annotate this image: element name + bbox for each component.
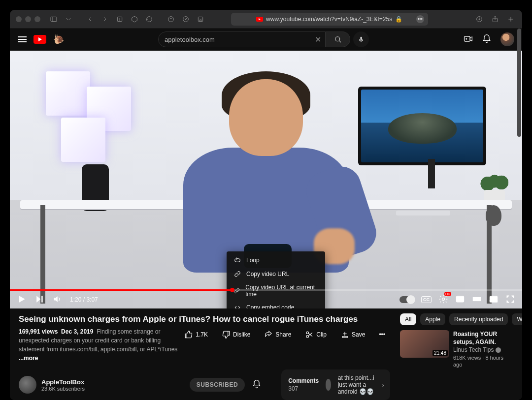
- window-controls[interactable]: [16, 16, 40, 22]
- svg-point-14: [335, 37, 339, 41]
- channel-subs: 23.6K subscribers: [41, 386, 85, 392]
- player-controls: 1:20 / 3:07 CC HD: [10, 291, 522, 308]
- forward-icon[interactable]: [100, 14, 110, 25]
- ext-icon-4[interactable]: [180, 14, 191, 25]
- downloads-icon[interactable]: [474, 14, 485, 25]
- dislike-button[interactable]: Dislike: [217, 327, 255, 342]
- url-text: www.youtube.com/watch?v=tvN9iaZ-_3E&t=25…: [266, 16, 392, 23]
- minimize-dot[interactable]: [25, 16, 31, 22]
- svg-point-38: [442, 298, 445, 300]
- play-button[interactable]: [17, 294, 27, 306]
- reload-icon[interactable]: [144, 14, 155, 25]
- rec-title: Roasting YOUR setups, AGAIN.: [453, 330, 513, 346]
- video-title: Seeing unknown charges from Apple or iTu…: [19, 314, 390, 324]
- svg-line-47: [308, 333, 312, 336]
- svg-rect-0: [51, 17, 57, 21]
- pip-button[interactable]: [489, 294, 499, 306]
- chip-apple[interactable]: Apple: [420, 313, 445, 325]
- share-icon[interactable]: [490, 14, 500, 25]
- recommendations-sidebar: All Apple Recently uploaded Watched 21:4…: [400, 313, 513, 400]
- svg-line-46: [308, 333, 312, 336]
- svg-rect-43: [490, 300, 498, 302]
- ext-icon-2[interactable]: [129, 14, 140, 25]
- clip-button[interactable]: Clip: [300, 327, 332, 342]
- commenter-avatar: [326, 379, 331, 391]
- chip-recent[interactable]: Recently uploaded: [449, 313, 508, 325]
- chevron-right-icon: ›: [382, 381, 384, 389]
- yt-masthead: 🐌 appletoolbox.com ✕: [10, 29, 522, 51]
- rec-thumbnail: 21:48: [400, 330, 449, 358]
- svg-rect-50: [342, 337, 348, 338]
- rec-stats: 618K views · 8 hours ago: [453, 354, 513, 369]
- comments-count: 307: [288, 385, 319, 392]
- zoom-dot[interactable]: [34, 16, 40, 22]
- subscribe-button[interactable]: SUBSCRIBED: [190, 378, 245, 392]
- titlebar: I JS www.youtube.com/watch?v=tvN9iaZ-_3E…: [10, 10, 522, 29]
- ctx-loop[interactable]: Loop: [227, 253, 325, 267]
- svg-text:I: I: [119, 17, 120, 21]
- address-bar[interactable]: www.youtube.com/watch?v=tvN9iaZ-_3E&t=25…: [231, 13, 428, 26]
- svg-marker-34: [19, 296, 25, 302]
- top-comment: at this point...i just want a android 💀💀: [338, 374, 383, 395]
- voice-search-button[interactable]: [353, 31, 369, 47]
- favicon-icon: [256, 17, 263, 22]
- svg-rect-16: [361, 37, 362, 40]
- back-icon[interactable]: [85, 14, 96, 25]
- upload-date: Dec 3, 2019: [61, 328, 93, 335]
- guide-button[interactable]: [18, 36, 27, 42]
- autoplay-toggle[interactable]: [399, 296, 414, 303]
- notifications-button[interactable]: [482, 34, 492, 45]
- channel-avatar[interactable]: [19, 376, 36, 394]
- sidebar-toggle-icon[interactable]: [48, 14, 59, 25]
- verified-icon: [496, 347, 501, 353]
- svg-rect-22: [235, 259, 240, 262]
- next-button[interactable]: [34, 294, 44, 306]
- create-button[interactable]: [463, 34, 473, 45]
- ext-icon-js[interactable]: JS: [195, 14, 206, 25]
- chip-all[interactable]: All: [400, 313, 416, 325]
- rec-channel: Linus Tech Tips: [453, 346, 494, 354]
- search-button[interactable]: [326, 31, 350, 47]
- page-settings-icon[interactable]: •••: [416, 15, 424, 23]
- comments-teaser[interactable]: Comments 307 at this point...i just want…: [281, 369, 390, 400]
- video-player[interactable]: Loop Copy video URL Copy video URL at cu…: [10, 51, 522, 308]
- svg-marker-35: [36, 296, 40, 302]
- chevron-down-icon[interactable]: [63, 14, 74, 25]
- like-button[interactable]: 1.7K: [179, 327, 213, 342]
- scrollbar[interactable]: [516, 29, 521, 396]
- view-count: 169,991 views: [19, 328, 58, 335]
- notification-bell-icon[interactable]: [252, 379, 262, 391]
- volume-button[interactable]: [52, 294, 62, 306]
- account-avatar[interactable]: [500, 32, 514, 46]
- theater-button[interactable]: [472, 294, 482, 306]
- miniplayer-button[interactable]: [455, 294, 465, 306]
- svg-marker-37: [54, 296, 58, 302]
- svg-rect-36: [41, 296, 43, 302]
- ext-icon-1[interactable]: I: [114, 14, 125, 25]
- description-more[interactable]: ...more: [19, 355, 38, 362]
- svg-text:JS: JS: [199, 18, 202, 21]
- ext-icon-3[interactable]: [166, 14, 176, 25]
- browser-window: I JS www.youtube.com/watch?v=tvN9iaZ-_3E…: [10, 10, 522, 400]
- search-text: appletoolbox.com: [165, 36, 215, 43]
- search-input[interactable]: appletoolbox.com ✕: [158, 31, 326, 47]
- svg-line-15: [339, 41, 340, 42]
- more-actions-button[interactable]: •••: [374, 328, 390, 341]
- ctx-copy-url[interactable]: Copy video URL: [227, 267, 325, 281]
- new-tab-icon[interactable]: [505, 14, 516, 25]
- time-display: 1:20 / 3:07: [70, 296, 98, 303]
- rec-duration: 21:48: [432, 350, 448, 356]
- svg-rect-41: [473, 297, 481, 301]
- settings-button[interactable]: HD: [438, 294, 448, 306]
- fullscreen-button[interactable]: [505, 294, 515, 306]
- captions-button[interactable]: CC: [421, 296, 432, 303]
- clear-search-icon[interactable]: ✕: [315, 35, 321, 44]
- youtube-logo[interactable]: [33, 35, 46, 44]
- svg-point-4: [168, 16, 174, 22]
- share-button[interactable]: Share: [259, 327, 296, 342]
- channel-name[interactable]: AppleToolBox: [41, 378, 85, 386]
- save-button[interactable]: Save: [335, 327, 370, 342]
- lock-icon: 🔒: [395, 16, 402, 23]
- close-dot[interactable]: [16, 16, 22, 22]
- recommended-video[interactable]: 21:48 Roasting YOUR setups, AGAIN. Linus…: [400, 330, 513, 369]
